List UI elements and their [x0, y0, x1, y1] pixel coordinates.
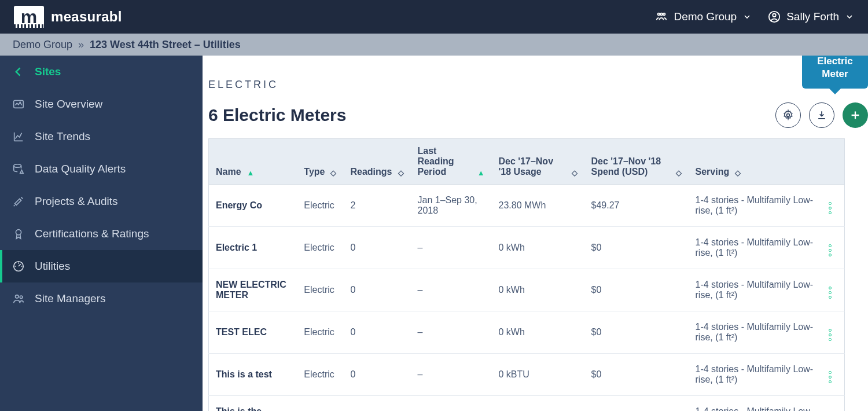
cell-spend: $0 — [584, 396, 689, 412]
section-header: 6 Electric Meters Add Electric Meter — [208, 102, 868, 128]
svg-point-10 — [20, 296, 23, 299]
table-row[interactable]: Energy CoElectric2Jan 1–Sep 30, 201823.8… — [209, 185, 845, 227]
group-switcher[interactable]: Demo Group — [655, 10, 752, 23]
cell-period: Jan 1–Sep 30, 2018 — [411, 185, 492, 227]
cell-type: Electric — [297, 311, 343, 354]
add-meter-button[interactable] — [843, 102, 868, 128]
col-name-label: Name — [216, 167, 241, 177]
col-last-reading[interactable]: Last Reading Period▲ — [411, 139, 492, 185]
col-serving[interactable]: Serving◇ — [689, 139, 822, 185]
sidebar-item-label: Certifications & Ratings — [35, 227, 149, 240]
cell-actions — [822, 269, 845, 311]
sort-asc-icon: ▲ — [477, 168, 485, 177]
brand-name: measurabl — [51, 9, 122, 25]
table-row[interactable]: This is a testElectric0–0 kBTU$01-4 stor… — [209, 354, 845, 396]
cell-period: – — [411, 311, 492, 354]
cell-actions — [822, 354, 845, 396]
group-icon — [655, 10, 668, 23]
sidebar-item-site-overview[interactable]: Site Overview — [0, 88, 203, 120]
database-alert-icon — [12, 162, 25, 176]
col-readings[interactable]: Readings◇ — [343, 139, 410, 185]
cell-serving: 1-4 stories - Multifamily Low-rise, (1 f… — [689, 396, 822, 412]
row-menu-button[interactable] — [829, 329, 832, 341]
col-name[interactable]: Name▲ — [209, 139, 297, 185]
sidebar-item-site-trends[interactable]: Site Trends — [0, 120, 203, 153]
user-icon — [768, 10, 781, 23]
sidebar: Sites Site Overview Site Trends Data Qua… — [0, 56, 203, 411]
sidebar-back-label: Sites — [35, 65, 61, 78]
download-icon — [816, 109, 827, 121]
cell-type: Electric — [297, 185, 343, 227]
trends-icon — [12, 130, 25, 144]
cell-spend: $0 — [584, 311, 689, 354]
cell-readings: 0 — [343, 269, 410, 311]
sidebar-item-site-managers[interactable]: Site Managers — [0, 282, 203, 315]
col-usage[interactable]: Dec '17–Nov '18 Usage◇ — [492, 139, 584, 185]
breadcrumb-separator-icon: » — [78, 39, 84, 51]
svg-point-6 — [14, 164, 21, 168]
sort-icon: ◇ — [398, 168, 404, 177]
user-menu[interactable]: Sally Forth — [768, 10, 854, 23]
cell-name: NEW ELECTRIC METER — [209, 269, 297, 311]
row-menu-button[interactable] — [829, 371, 832, 383]
cell-usage: 23.80 MWh — [492, 185, 584, 227]
table-row[interactable]: This is the Electric MeterElectric0–0 kW… — [209, 396, 845, 412]
svg-point-2 — [661, 13, 663, 16]
sidebar-item-label: Site Trends — [35, 130, 90, 143]
table-row[interactable]: TEST ELECElectric0–0 kWh$01-4 stories - … — [209, 311, 845, 354]
sort-icon: ◇ — [572, 168, 578, 177]
row-menu-button[interactable] — [829, 244, 832, 256]
group-name: Demo Group — [674, 10, 737, 23]
sidebar-item-label: Projects & Audits — [35, 195, 118, 208]
cell-period: – — [411, 227, 492, 269]
cell-spend: $0 — [584, 227, 689, 269]
brand-block[interactable]: m measurabl — [14, 6, 122, 28]
cell-usage: 0 kWh — [492, 311, 584, 354]
svg-point-1 — [663, 13, 665, 16]
cell-period: – — [411, 396, 492, 412]
cell-type: Electric — [297, 354, 343, 396]
row-menu-button[interactable] — [829, 202, 832, 214]
cell-serving: 1-4 stories - Multifamily Low-rise, (1 f… — [689, 354, 822, 396]
sidebar-item-projects-audits[interactable]: Projects & Audits — [0, 185, 203, 218]
sidebar-back[interactable]: Sites — [0, 56, 203, 88]
col-usage-label: Dec '17–Nov '18 Usage — [499, 156, 566, 177]
cell-serving: 1-4 stories - Multifamily Low-rise, (1 f… — [689, 311, 822, 354]
cell-readings: 0 — [343, 396, 410, 412]
settings-button[interactable] — [775, 102, 801, 128]
sidebar-item-label: Data Quality Alerts — [35, 163, 126, 175]
cell-readings: 0 — [343, 354, 410, 396]
brand-logo-icon: m — [14, 6, 44, 28]
col-spend-label: Dec '17–Nov '18 Spend (USD) — [591, 156, 670, 177]
col-type[interactable]: Type◇ — [297, 139, 343, 185]
main-content: ELECTRIC 6 Electric Meters Add Electric … — [203, 56, 868, 411]
sidebar-item-label: Site Managers — [35, 292, 106, 305]
section-label: ELECTRIC — [208, 79, 868, 91]
cell-readings: 0 — [343, 227, 410, 269]
cell-name: Energy Co — [209, 185, 297, 227]
sort-icon: ◇ — [330, 168, 336, 177]
sort-asc-icon: ▲ — [247, 168, 255, 177]
cell-actions — [822, 396, 845, 412]
table-row[interactable]: NEW ELECTRIC METERElectric0–0 kWh$01-4 s… — [209, 269, 845, 311]
meters-table: Name▲ Type◇ Readings◇ Last Reading Perio… — [208, 138, 845, 411]
cell-usage: 0 kBTU — [492, 354, 584, 396]
table-row[interactable]: Electric 1Electric0–0 kWh$01-4 stories -… — [209, 227, 845, 269]
section-title: 6 Electric Meters — [208, 105, 346, 125]
svg-point-9 — [16, 295, 19, 298]
cell-readings: 0 — [343, 311, 410, 354]
add-meter-tooltip: Add Electric Meter — [802, 56, 868, 89]
row-menu-button[interactable] — [829, 287, 832, 299]
svg-point-4 — [773, 14, 776, 17]
overview-icon — [12, 97, 25, 111]
sidebar-item-certifications-ratings[interactable]: Certifications & Ratings — [0, 218, 203, 250]
col-actions — [822, 139, 845, 185]
topbar: m measurabl Demo Group Sally Forth — [0, 0, 868, 34]
breadcrumb: Demo Group » 123 West 44th Street – Util… — [0, 34, 868, 56]
col-spend[interactable]: Dec '17–Nov '18 Spend (USD)◇ — [584, 139, 689, 185]
download-button[interactable] — [809, 102, 834, 128]
breadcrumb-root[interactable]: Demo Group — [13, 39, 72, 51]
sidebar-item-utilities[interactable]: Utilities — [0, 250, 203, 282]
sidebar-item-data-quality-alerts[interactable]: Data Quality Alerts — [0, 153, 203, 185]
cell-spend: $0 — [584, 269, 689, 311]
